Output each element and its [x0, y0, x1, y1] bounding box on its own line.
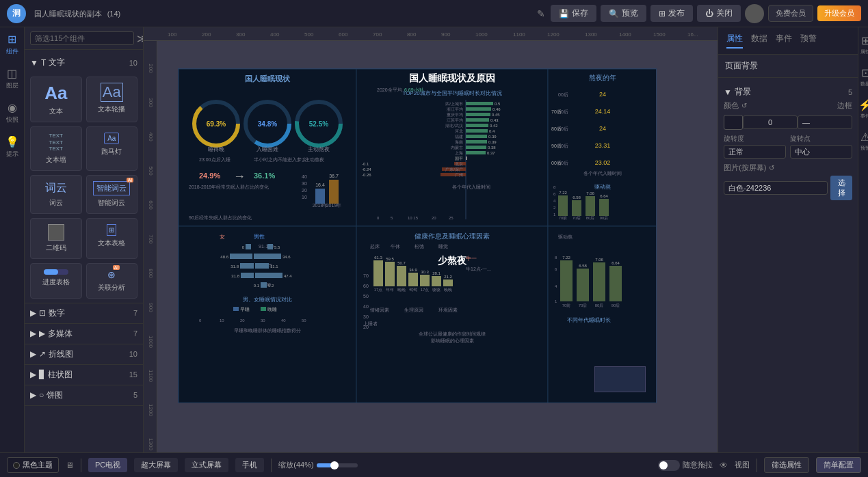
- image-value-input[interactable]: [724, 181, 828, 195]
- random-drag-toggle-switch[interactable]: [658, 460, 680, 471]
- save-button[interactable]: 💾 保存: [551, 5, 596, 22]
- power-icon: ⏻: [705, 9, 713, 18]
- svg-text:1100: 1100: [513, 31, 525, 38]
- right-icon-properties[interactable]: ⊞ 属性: [860, 34, 868, 55]
- canvas-selection-handle[interactable]: [594, 366, 646, 392]
- publish-button[interactable]: ⊞ 发布: [650, 5, 693, 22]
- tab-warnings[interactable]: 预警: [800, 33, 817, 49]
- screen-phone-button[interactable]: 手机: [235, 458, 264, 472]
- grid-item-text-wall[interactable]: TEXTTEXTTEXT 文本墙: [30, 126, 82, 171]
- grid-item-text[interactable]: Aa 文本: [30, 77, 82, 122]
- grid-item-word-cloud[interactable]: 词云 词云: [30, 175, 82, 214]
- theme-button[interactable]: 黑色主题: [7, 457, 59, 473]
- svg-text:16...: 16...: [687, 31, 698, 38]
- svg-text:牛12点-一...: 牛12点-一...: [466, 267, 491, 272]
- svg-text:800: 800: [407, 31, 417, 38]
- svg-text:湖北/武汉: 湖北/武汉: [445, 124, 463, 128]
- text-wall-icon: TEXTTEXTTEXT: [49, 133, 63, 152]
- ai-badge-2-icon: AI: [113, 265, 120, 270]
- right-icon-warnings[interactable]: ⚠ 预警: [860, 131, 868, 152]
- word-cloud-icon: 词云: [45, 181, 67, 195]
- svg-text:40: 40: [363, 304, 369, 309]
- grid-item-relation-analysis[interactable]: ⊛AI 关联分析: [86, 263, 138, 299]
- svg-text:1200: 1200: [148, 404, 154, 416]
- color-reset-icon[interactable]: ↺: [741, 102, 747, 109]
- tab-data[interactable]: 数据: [751, 33, 767, 49]
- svg-text:17点: 17点: [421, 288, 430, 292]
- sidebar-item-hint[interactable]: 💡 提示: [5, 135, 19, 159]
- grid-item-text-broadcast[interactable]: Aa 文本轮播: [86, 77, 138, 122]
- tree-header-pie[interactable]: ▶ ○ 饼图 5: [25, 385, 143, 405]
- right-icon-events[interactable]: ⚡ 事件: [858, 98, 868, 120]
- svg-rect-159: [254, 254, 281, 259]
- sidebar-item-component[interactable]: ⊞ 组件: [6, 33, 18, 56]
- svg-text:31.8: 31.8: [231, 274, 239, 278]
- screen-pc-button[interactable]: PC电视: [88, 458, 127, 472]
- prop-section-header-bg[interactable]: ▼ 背景 5: [724, 83, 852, 100]
- tree-header-bar[interactable]: ▶ ▊ 柱状图 15: [25, 365, 143, 385]
- top-actions: 💾 保存 🔍 预览 ⊞ 发布 ⏻ 关闭 免费会员 升级会员: [551, 4, 861, 23]
- bar-section-icon: ▊: [39, 370, 45, 379]
- tree-header-line[interactable]: ▶ ↗ 折线图 10: [25, 344, 143, 364]
- svg-text:70后: 70后: [573, 216, 581, 220]
- sidebar-item-layer[interactable]: ◫ 图层: [6, 67, 18, 90]
- svg-rect-75: [466, 118, 489, 122]
- properties-panel: ▼ 背景 5 颜色 ↺ 边框: [718, 78, 858, 452]
- svg-text:20: 20: [240, 318, 245, 323]
- tab-events[interactable]: 事件: [776, 33, 792, 49]
- edit-title-icon[interactable]: ✎: [537, 8, 545, 19]
- theme-circle-icon: [13, 462, 20, 469]
- svg-text:驾驾: 驾驾: [409, 288, 417, 292]
- random-drag-toggle[interactable]: 随意拖拉: [658, 460, 713, 471]
- svg-text:600: 600: [339, 31, 348, 38]
- svg-text:70前: 70前: [562, 303, 571, 308]
- tree-header-number[interactable]: ▶ ⊡ 数字 7: [25, 303, 143, 323]
- image-reset-icon[interactable]: ↺: [769, 164, 774, 172]
- canvas-viewport[interactable]: 国人睡眠现状 69.3% 睡得晚 34.8% 入睡困难: [157, 41, 718, 452]
- grid-item-text-table[interactable]: ⊞ 文本表格: [86, 218, 138, 259]
- rotation-select[interactable]: 正常 90° 180° 270°: [724, 145, 786, 159]
- tree-header-text[interactable]: ▼ T 文字 10: [25, 53, 143, 72]
- grid-item-qr-code[interactable]: 二维码: [30, 218, 82, 259]
- filter-input[interactable]: [30, 31, 134, 45]
- layer-icon: ◫: [7, 67, 17, 80]
- top-bar: 洞 国人睡眠现状的副本 (14) ✎ 💾 保存 🔍 预览 ⊞ 发布 ⏻ 关闭 免…: [0, 0, 868, 27]
- free-member-badge[interactable]: 免费会员: [768, 5, 813, 22]
- ruler-corner: [144, 27, 157, 41]
- close-button[interactable]: ⏻ 关闭: [697, 5, 741, 22]
- color-picker[interactable]: [724, 115, 743, 130]
- screen-vertical-button[interactable]: 立式屏幕: [185, 458, 228, 472]
- running-light-icon: Aa: [104, 133, 119, 144]
- canvas-content[interactable]: 国人睡眠现状 69.3% 睡得晚 34.8% 入睡困难: [178, 68, 657, 403]
- svg-rect-140: [599, 199, 609, 216]
- svg-rect-66: [466, 102, 493, 105]
- chevron-right-icon-number: ▶: [30, 308, 36, 318]
- image-select-button[interactable]: 选择: [830, 176, 852, 200]
- media-section-icon: ▶: [39, 329, 45, 338]
- border-input[interactable]: [743, 115, 798, 129]
- simple-config-button[interactable]: 简单配置: [816, 457, 861, 473]
- grid-item-smart-word-cloud[interactable]: 智能词云AI 智能词云: [86, 175, 138, 214]
- svg-text:健康作息及睡眠心理因素: 健康作息及睡眠心理因素: [415, 232, 490, 240]
- preview-button[interactable]: 🔍 预览: [601, 5, 646, 22]
- tree-header-media[interactable]: ▶ ▶ 多媒体 7: [25, 324, 143, 344]
- color-label: 颜色: [724, 100, 739, 111]
- collapse-sidebar-button[interactable]: ≫: [137, 32, 143, 45]
- svg-text:30.3: 30.3: [421, 270, 429, 274]
- svg-text:500: 500: [304, 31, 314, 38]
- filter-properties-button[interactable]: 筛选属性: [764, 457, 809, 473]
- border-select[interactable]: —: [798, 115, 852, 129]
- grid-item-running-light[interactable]: Aa 跑马灯: [86, 126, 138, 171]
- sidebar-item-snapshot[interactable]: ◉ 快照: [6, 101, 18, 124]
- horizontal-ruler: 100 200 300 400 500 600 700 800 900 1000…: [144, 27, 718, 41]
- tab-properties[interactable]: 属性: [726, 33, 743, 49]
- user-avatar[interactable]: [745, 4, 764, 23]
- svg-text:熬夜的年: 熬夜的年: [589, 74, 616, 81]
- svg-text:24: 24: [599, 125, 606, 132]
- upgrade-button[interactable]: 升级会员: [817, 5, 861, 21]
- zoom-slider[interactable]: [317, 463, 358, 467]
- screen-xl-button[interactable]: 超大屏幕: [134, 458, 178, 472]
- right-icon-data[interactable]: ⊡ 数据: [860, 66, 868, 87]
- grid-item-progress-table[interactable]: 进度表格: [30, 263, 82, 299]
- rotation-point-select[interactable]: 中心 左上 右上: [790, 145, 852, 159]
